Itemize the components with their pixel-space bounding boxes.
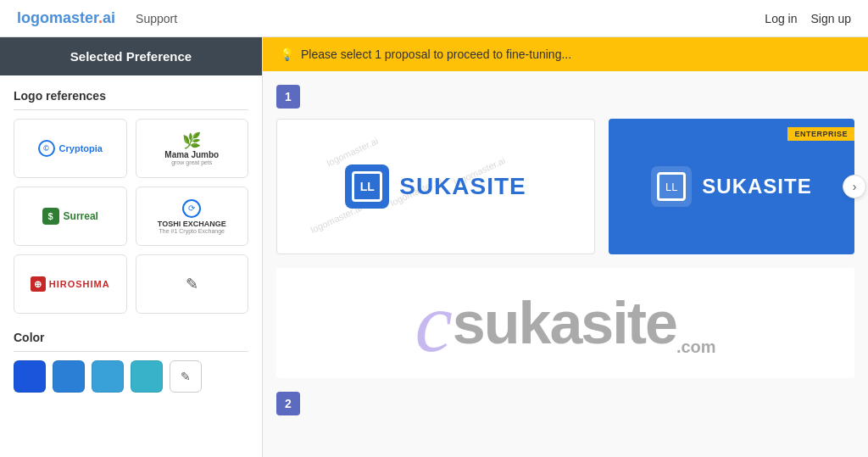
toshi-text2: The #1 Crypto Exchange — [159, 228, 225, 234]
color-row: ✎ — [14, 360, 248, 393]
sidebar-title: Selected Preference — [70, 49, 192, 64]
hiroshima-logo: ⊕ HIROSHIMA — [31, 276, 110, 292]
color-swatch-2[interactable] — [53, 360, 85, 393]
support-link[interactable]: Support — [136, 12, 177, 25]
surreal-icon: $ — [42, 208, 59, 225]
large-sukasite-com: .com — [676, 337, 716, 357]
color-swatch-4[interactable] — [131, 360, 163, 393]
logo-ref-mamajumbo[interactable]: 🌿 Mama Jumbo grow great pets — [136, 119, 249, 178]
sukasite-text-light: SUKASITE — [399, 173, 526, 200]
logo-ai: ai — [103, 9, 115, 26]
logo-card-dark[interactable]: ENTERPRISE LL SUKASITE — [609, 119, 854, 254]
header: logomaster.ai Support Log in Sign up — [0, 0, 868, 37]
header-left: logomaster.ai Support — [17, 9, 177, 27]
logo-card-light[interactable]: logomaster.ai logomaster.ai logomaster.a… — [276, 119, 595, 254]
mamajumbo-logo: 🌿 Mama Jumbo grow great pets — [164, 131, 219, 165]
color-section: Color ✎ — [14, 331, 248, 393]
enterprise-badge: ENTERPRISE — [787, 127, 854, 141]
hiroshima-icon: ⊕ — [31, 276, 46, 292]
hiroshima-label: HIROSHIMA — [49, 279, 110, 289]
large-logo-area: c sukasite .com — [276, 268, 854, 378]
logo-references-title: Logo references — [14, 89, 248, 110]
large-sukasite-logo: c sukasite .com — [415, 281, 715, 365]
sukasite-icon-inner-light: LL — [352, 171, 382, 202]
alert-icon: 💡 — [280, 47, 294, 61]
proposal-1-number: 1 — [276, 85, 300, 109]
logo-grid: © Cryptopia 🌿 Mama Jumbo grow great pets — [14, 119, 248, 314]
toshi-icon: ⟳ — [182, 199, 201, 218]
main-layout: Selected Preference Logo references © Cr… — [0, 37, 868, 457]
logo-ref-cryptopia[interactable]: © Cryptopia — [14, 119, 127, 178]
sukasite-dark-logo: LL SUKASITE — [651, 166, 811, 207]
proposal-2-number: 2 — [276, 392, 300, 415]
large-c-icon: c — [415, 281, 452, 365]
mamajumbo-text1: Mama Jumbo — [164, 150, 219, 159]
sidebar-header: Selected Preference — [0, 37, 262, 75]
nav-arrow[interactable]: › — [843, 175, 866, 198]
main-content: 💡 Please select 1 proposal to proceed to… — [263, 37, 868, 457]
color-title: Color — [14, 331, 248, 352]
alert-text: Please select 1 proposal to proceed to f… — [301, 47, 571, 61]
sukasite-icon-dark-inner: LL — [657, 172, 686, 201]
signup-button[interactable]: Sign up — [811, 12, 851, 25]
logo-ref-toshi[interactable]: ⟳ TOSHI EXCHANGE The #1 Crypto Exchange — [136, 187, 249, 246]
toshi-text1: TOSHI EXCHANGE — [158, 220, 226, 228]
cryptopia-label: Cryptopia — [59, 143, 103, 153]
logo-ref-surreal[interactable]: $ Surreal — [14, 187, 127, 246]
watermark-1: logomaster.ai — [326, 135, 380, 168]
proposals-area: 1 logomaster.ai logomaster.ai logomaster… — [263, 71, 868, 429]
large-sukasite-text: sukasite — [453, 289, 676, 357]
toshi-logo: ⟳ TOSHI EXCHANGE The #1 Crypto Exchange — [158, 199, 226, 234]
leaf-icon: 🌿 — [182, 131, 201, 150]
header-right: Log in Sign up — [765, 12, 851, 25]
logo-ref-edit[interactable]: ✎ — [136, 254, 249, 314]
cryptopia-icon: © — [38, 140, 55, 157]
alert-banner: 💡 Please select 1 proposal to proceed to… — [263, 37, 868, 71]
surreal-label: Surreal — [64, 210, 98, 222]
surreal-logo: $ Surreal — [42, 208, 98, 225]
logo[interactable]: logomaster.ai — [17, 9, 115, 27]
color-swatch-1[interactable] — [14, 360, 46, 393]
logo-ref-hiroshima[interactable]: ⊕ HIROSHIMA — [14, 254, 127, 314]
mamajumbo-text2: grow great pets — [171, 159, 212, 165]
sukasite-icon-dark: LL — [651, 166, 692, 207]
login-button[interactable]: Log in — [765, 12, 797, 25]
proposal-1-row: logomaster.ai logomaster.ai logomaster.a… — [276, 119, 854, 254]
sukasite-icon-light: LL — [345, 164, 389, 209]
sukasite-light-logo: LL SUKASITE — [345, 164, 526, 209]
color-edit-button[interactable]: ✎ — [170, 360, 202, 393]
sukasite-text-dark: SUKASITE — [702, 175, 811, 198]
edit-icon: ✎ — [186, 275, 198, 293]
color-swatch-3[interactable] — [92, 360, 124, 393]
sidebar: Selected Preference Logo references © Cr… — [0, 37, 263, 457]
cryptopia-logo: © Cryptopia — [38, 140, 103, 157]
logo-text: logomaster — [17, 9, 98, 26]
sidebar-content: Logo references © Cryptopia 🌿 Mama Jumbo… — [0, 75, 262, 406]
